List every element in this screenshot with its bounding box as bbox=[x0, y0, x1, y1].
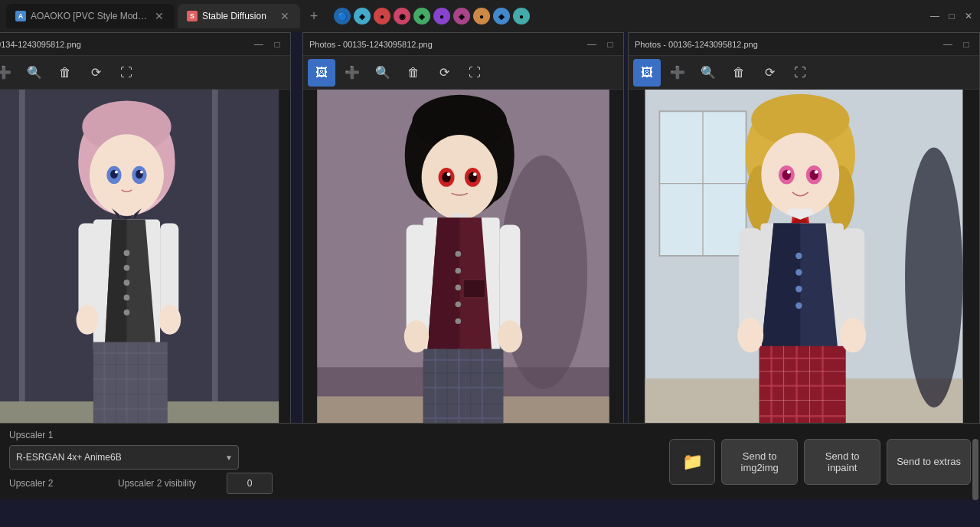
svg-point-86 bbox=[498, 320, 522, 352]
panel-3-zoom-icon[interactable]: 🔍 bbox=[694, 59, 722, 87]
tab-close-sd[interactable]: ✕ bbox=[279, 8, 291, 24]
upscaler-controls: Upscaler 1 R-ESRGAN 4x+ Anime6B ▼ Upscal… bbox=[9, 430, 663, 494]
scrollbar-track[interactable] bbox=[971, 424, 980, 499]
folder-icon: 📁 bbox=[682, 452, 703, 472]
svg-point-131 bbox=[737, 318, 763, 352]
svg-point-42 bbox=[158, 305, 181, 335]
svg-rect-84 bbox=[500, 224, 521, 334]
svg-point-99 bbox=[761, 133, 839, 217]
panel-2-maximize[interactable]: □ bbox=[603, 38, 617, 51]
folder-button[interactable]: 📁 bbox=[669, 439, 715, 485]
svg-rect-130 bbox=[841, 228, 864, 333]
svg-point-114 bbox=[795, 286, 802, 292]
svg-rect-129 bbox=[739, 228, 762, 333]
tab-close-aoaoko[interactable]: ✕ bbox=[153, 8, 165, 24]
svg-point-67 bbox=[456, 302, 462, 308]
panel-3-add-icon[interactable]: ➕ bbox=[664, 59, 691, 87]
panel-2-rotate-icon[interactable]: ⟳ bbox=[430, 59, 458, 87]
tab-label-sd: Stable Diffusion bbox=[202, 11, 274, 21]
send-extras-button[interactable]: Send to extras bbox=[887, 439, 971, 485]
action-buttons-group: 📁 Send toimg2img Send toinpaint Send to … bbox=[669, 439, 971, 485]
svg-point-113 bbox=[795, 269, 802, 275]
svg-point-68 bbox=[456, 318, 462, 324]
panel-1-minimize[interactable]: — bbox=[252, 38, 266, 51]
ext-icon-6: ● bbox=[433, 8, 450, 25]
panel-1-add-icon[interactable]: ➕ bbox=[0, 59, 18, 87]
upscaler-2-row: Upscaler 2 Upscaler 2 visibility 0 bbox=[9, 473, 663, 494]
panel-2-delete-icon[interactable]: 🗑 bbox=[400, 59, 427, 87]
panel-3-maximize[interactable]: □ bbox=[959, 38, 973, 51]
svg-point-24 bbox=[124, 295, 130, 301]
panel-3-image-icon[interactable]: 🖼 bbox=[633, 59, 661, 87]
svg-point-85 bbox=[404, 320, 429, 352]
panel-3-delete-icon[interactable]: 🗑 bbox=[725, 59, 753, 87]
svg-rect-63 bbox=[463, 280, 485, 298]
image-panel-1: 00134-1243095812.png — □ ➕ 🔍 🗑 ⟳ ⛶ bbox=[0, 32, 291, 476]
panel-2-toolbar: 🖼 ➕ 🔍 🗑 ⟳ ⛶ bbox=[303, 56, 623, 90]
panel-1-titlebar: 00134-1243095812.png — □ bbox=[0, 33, 290, 56]
ext-icon-4: ◉ bbox=[394, 8, 410, 25]
svg-point-14 bbox=[140, 171, 143, 174]
panel-3-minimize[interactable]: — bbox=[941, 38, 955, 51]
extension-icons: 🔵 ◈ ● ◉ ◈ ● ◈ ● ◈ ● bbox=[334, 8, 530, 25]
panel-3-title: Photos - 00136-1243095812.png bbox=[635, 40, 936, 49]
browser-tab-aoaoko[interactable]: A AOAOKO [PVC Style Model] - PV... ✕ bbox=[6, 4, 175, 28]
scrollbar-thumb[interactable] bbox=[972, 439, 978, 500]
svg-point-21 bbox=[124, 250, 130, 256]
tab-favicon-sd: S bbox=[187, 11, 198, 21]
panel-1-zoom-icon[interactable]: 🔍 bbox=[21, 59, 48, 87]
main-content: 00134-1243095812.png — □ ➕ 🔍 🗑 ⟳ ⛶ bbox=[0, 32, 980, 499]
panel-1-maximize[interactable]: □ bbox=[270, 38, 284, 51]
panel-1-toolbar: ➕ 🔍 🗑 ⟳ ⛶ bbox=[0, 56, 290, 90]
upscaler-2-label: Upscaler 2 bbox=[9, 478, 109, 489]
upscaler-1-select[interactable]: R-ESRGAN 4x+ Anime6B bbox=[9, 445, 239, 470]
svg-point-112 bbox=[795, 253, 802, 259]
svg-point-66 bbox=[456, 285, 462, 291]
send-img2img-button[interactable]: Send toimg2img bbox=[721, 439, 798, 485]
panel-2-zoom-icon[interactable]: 🔍 bbox=[369, 59, 397, 87]
svg-point-132 bbox=[840, 318, 866, 352]
bottom-bar: Upscaler 1 R-ESRGAN 4x+ Anime6B ▼ Upscal… bbox=[0, 423, 980, 499]
panel-3-rotate-icon[interactable]: ⟳ bbox=[756, 59, 783, 87]
panel-3-crop-icon[interactable]: ⛶ bbox=[786, 59, 814, 87]
send-inpaint-button[interactable]: Send toinpaint bbox=[804, 439, 880, 485]
minimize-button[interactable]: — bbox=[929, 11, 940, 21]
tab-favicon-aoaoko: A bbox=[15, 11, 26, 21]
svg-point-8 bbox=[90, 134, 164, 216]
ext-icon-7: ◈ bbox=[453, 8, 470, 25]
upscaler-1-select-wrapper[interactable]: R-ESRGAN 4x+ Anime6B ▼ bbox=[9, 445, 239, 470]
ext-icon-9: ◈ bbox=[493, 8, 510, 25]
ext-icon-5: ◈ bbox=[413, 8, 430, 25]
panel-1-character-art bbox=[0, 90, 290, 476]
ext-icon-1: 🔵 bbox=[334, 8, 351, 25]
panel-1-rotate-icon[interactable]: ⟳ bbox=[82, 59, 109, 87]
svg-point-23 bbox=[124, 280, 130, 286]
browser-titlebar: A AOAOKO [PVC Style Model] - PV... ✕ S S… bbox=[0, 0, 980, 32]
svg-rect-83 bbox=[407, 224, 427, 334]
ext-icon-8: ● bbox=[473, 8, 490, 25]
browser-tab-sd[interactable]: S Stable Diffusion ✕ bbox=[178, 4, 300, 28]
new-tab-button[interactable]: + bbox=[303, 5, 325, 27]
svg-point-56 bbox=[447, 172, 451, 176]
svg-point-57 bbox=[473, 172, 477, 176]
ext-icon-2: ◈ bbox=[354, 8, 371, 25]
close-button[interactable]: ✕ bbox=[963, 11, 974, 21]
panel-3-titlebar: Photos - 00136-1243095812.png — □ bbox=[629, 33, 979, 56]
maximize-button[interactable]: □ bbox=[946, 11, 957, 21]
panel-1-crop-icon[interactable]: ⛶ bbox=[113, 59, 140, 87]
svg-point-104 bbox=[787, 170, 791, 174]
panel-1-delete-icon[interactable]: 🗑 bbox=[51, 59, 79, 87]
panel-2-minimize[interactable]: — bbox=[585, 38, 599, 51]
upscaler-2-visibility-input[interactable]: 0 bbox=[227, 473, 273, 494]
image-panel-3: Photos - 00136-1243095812.png — □ 🖼 ➕ 🔍 … bbox=[628, 32, 980, 484]
panel-2-crop-icon[interactable]: ⛶ bbox=[461, 59, 488, 87]
panel-2-image-icon[interactable]: 🖼 bbox=[308, 59, 335, 87]
panel-2-add-icon[interactable]: ➕ bbox=[338, 59, 366, 87]
window-controls: — □ ✕ bbox=[929, 11, 974, 21]
ext-icon-10: ● bbox=[513, 8, 530, 25]
send-img2img-label: Send toimg2img bbox=[741, 450, 779, 473]
panel-2-title: Photos - 00135-1243095812.png bbox=[309, 40, 580, 49]
ext-icon-3: ● bbox=[374, 8, 390, 25]
svg-point-92 bbox=[905, 147, 962, 408]
panel-1-title: 00134-1243095812.png bbox=[0, 40, 247, 49]
